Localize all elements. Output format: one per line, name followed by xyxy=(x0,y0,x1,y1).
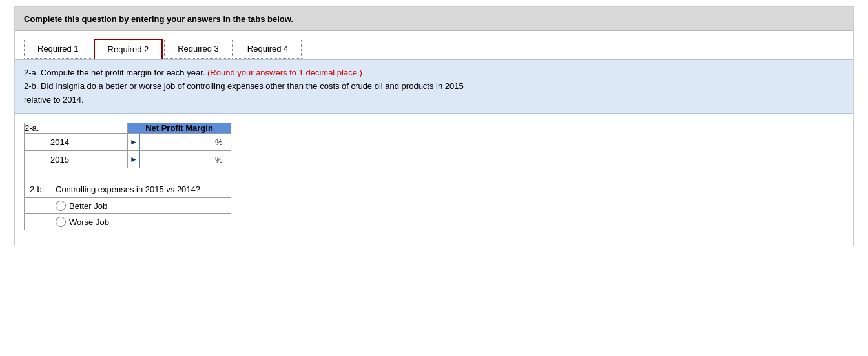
section-label-2a: 2-a. xyxy=(25,123,50,134)
row-2015-input-cell: ► % xyxy=(128,151,231,168)
spacer-row xyxy=(25,168,231,181)
radio-better-job[interactable] xyxy=(56,201,66,211)
row-2014-input-cell: ► % xyxy=(128,134,231,151)
empty-label-worse xyxy=(25,214,50,230)
pct-symbol-2015: % xyxy=(211,151,227,168)
instruction-line1: 2-a. Compute the net profit margin for e… xyxy=(24,66,844,80)
section-label-2b: 2-b. xyxy=(25,181,50,198)
empty-header-year xyxy=(50,123,128,134)
input-2015-net-profit-margin[interactable] xyxy=(140,151,211,168)
answer-table: 2-a. Net Profit Margin 2014 ► % xyxy=(24,123,231,230)
table-row-better-job: Better Job xyxy=(25,198,231,214)
table-row-2014: 2014 ► % xyxy=(25,134,231,151)
instruction-line2: 2-b. Did Insignia do a better or worse j… xyxy=(24,80,844,94)
worse-job-cell: Worse Job xyxy=(50,214,231,230)
table-row-worse-job: Worse Job xyxy=(25,214,231,230)
tabs-bar: Required 1 Required 2 Required 3 Require… xyxy=(15,31,853,60)
tab-required-2[interactable]: Required 2 xyxy=(94,39,163,59)
row-2015-input-wrapper: ► % xyxy=(128,151,231,168)
table-header-row: 2-a. Net Profit Margin xyxy=(25,123,231,134)
section-2b-question: Controlling expenses in 2015 vs 2014? xyxy=(50,181,231,198)
arrow-icon-2014: ► xyxy=(128,136,140,148)
radio-worse-job[interactable] xyxy=(56,217,66,227)
empty-label-better xyxy=(25,198,50,214)
pct-symbol-2014: % xyxy=(211,134,227,150)
tab-required-1[interactable]: Required 1 xyxy=(24,39,92,59)
row-2014-section-cell xyxy=(25,134,50,151)
instruction-header: Complete this question by entering your … xyxy=(15,7,853,31)
better-job-label[interactable]: Better Job xyxy=(56,201,225,211)
tab-required-3[interactable]: Required 3 xyxy=(164,39,232,59)
arrow-icon-2015: ► xyxy=(128,153,140,165)
row-2015-section-cell xyxy=(25,151,50,168)
section-2b-row: 2-b. Controlling expenses in 2015 vs 201… xyxy=(25,181,231,198)
column-header-net-profit-margin: Net Profit Margin xyxy=(128,123,231,134)
better-job-cell: Better Job xyxy=(50,198,231,214)
row-2015-year: 2015 xyxy=(50,151,128,168)
content-area: 2-a. Net Profit Margin 2014 ► % xyxy=(15,114,853,246)
worse-job-label[interactable]: Worse Job xyxy=(56,217,225,227)
input-2014-net-profit-margin[interactable] xyxy=(140,134,211,150)
header-text: Complete this question by entering your … xyxy=(24,14,293,24)
tab-required-4[interactable]: Required 4 xyxy=(234,39,302,59)
main-container: Complete this question by entering your … xyxy=(14,6,854,246)
table-row-2015: 2015 ► % xyxy=(25,151,231,168)
instruction-box: 2-a. Compute the net profit margin for e… xyxy=(15,60,853,114)
row-2014-year: 2014 xyxy=(50,134,128,151)
spacer-cell xyxy=(25,168,231,181)
row-2014-input-wrapper: ► % xyxy=(128,134,231,150)
instruction-line3: relative to 2014. xyxy=(24,94,844,107)
